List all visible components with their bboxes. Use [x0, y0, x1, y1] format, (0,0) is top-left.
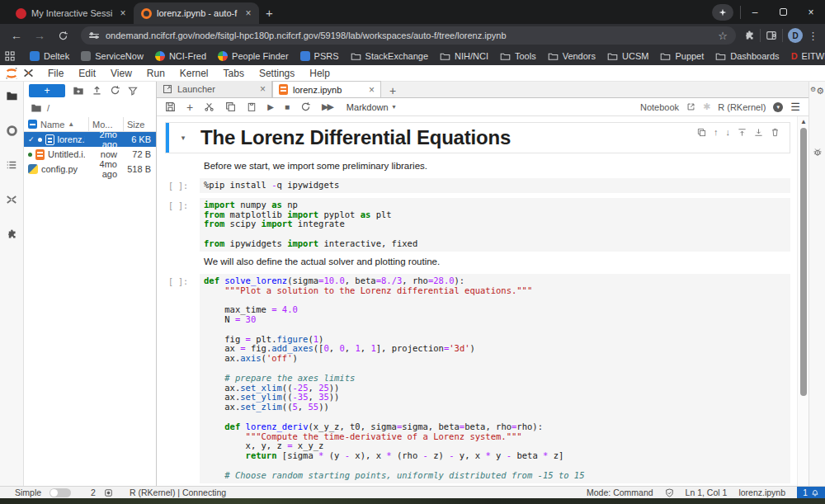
- kernel-sessions-icon[interactable]: [104, 488, 113, 497]
- bookmark-item[interactable]: NCI-Fred: [150, 49, 211, 63]
- scrollbar-thumb[interactable]: [800, 128, 807, 396]
- debugger-icon[interactable]: [813, 147, 823, 157]
- side-panel-icon[interactable]: [766, 30, 777, 41]
- code-editor[interactable]: def solve_lorenz(sigma=10.0, beta=8./3, …: [200, 274, 790, 483]
- menu-file[interactable]: File: [40, 66, 71, 81]
- menu-view[interactable]: View: [103, 66, 139, 81]
- new-tab-button[interactable]: +: [266, 6, 273, 20]
- code-cell[interactable]: [ ]:%pip install -q ipywidgets: [157, 178, 797, 193]
- document-tab-lorenz-ipynb[interactable]: lorenz.ipynb×: [272, 81, 381, 97]
- duplicate-cell-icon[interactable]: [697, 128, 706, 137]
- document-tab-close-icon[interactable]: ×: [260, 83, 266, 95]
- menu-help[interactable]: Help: [302, 66, 337, 81]
- column-size[interactable]: Size: [123, 117, 156, 131]
- run-cell-icon[interactable]: ▶: [267, 102, 274, 111]
- browser-tab[interactable]: My Interactive Sessions - NCI-F×: [8, 2, 134, 24]
- kernel-name-label[interactable]: R (RKernel): [718, 102, 766, 112]
- insert-cell-icon[interactable]: +: [186, 101, 193, 114]
- sparkle-icon[interactable]: [712, 4, 733, 21]
- extension-manager-icon[interactable]: [4, 227, 19, 242]
- close-button[interactable]: ×: [797, 0, 825, 24]
- bookmark-item[interactable]: PSRS: [295, 49, 344, 63]
- trust-shield-icon[interactable]: [665, 488, 674, 497]
- copy-cell-icon[interactable]: [225, 101, 236, 112]
- new-folder-icon[interactable]: [73, 85, 84, 97]
- bookmark-item[interactable]: Tools: [495, 49, 541, 64]
- kernel-status-text[interactable]: R (RKernel) | Connecting: [130, 488, 226, 497]
- save-icon[interactable]: [165, 101, 176, 112]
- paste-cell-icon[interactable]: [247, 101, 257, 112]
- move-cell-up-icon[interactable]: ↑: [714, 127, 719, 137]
- restart-run-all-icon[interactable]: ▶▶: [322, 101, 332, 112]
- bookmark-item[interactable]: ServiceNow: [76, 49, 148, 63]
- back-icon[interactable]: ←: [7, 26, 26, 45]
- bookmark-item[interactable]: People Finder: [213, 49, 294, 63]
- tab-close-icon[interactable]: ×: [243, 7, 254, 19]
- scroll-up-arrow[interactable]: ▲: [798, 118, 809, 125]
- delete-cell-icon[interactable]: [771, 128, 780, 137]
- apps-grid-icon[interactable]: [5, 51, 15, 61]
- bookmark-item[interactable]: Deltek: [25, 49, 74, 63]
- bookmark-item[interactable]: NIH/NCI: [435, 49, 493, 64]
- browser-tab[interactable]: lorenz.ipynb - auto-f×: [134, 2, 259, 24]
- cursor-position[interactable]: Ln 1, Col 1: [686, 488, 728, 497]
- file-row[interactable]: config.py4mo ago518 B: [24, 162, 156, 177]
- move-cell-down-icon[interactable]: ↓: [726, 127, 731, 137]
- insert-cell-below-icon[interactable]: [754, 128, 763, 137]
- hub-control-panel-icon[interactable]: [4, 192, 19, 207]
- document-tab-close-icon[interactable]: ×: [369, 84, 375, 96]
- property-inspector-icon[interactable]: ⚙⚙: [810, 87, 824, 96]
- menu-settings[interactable]: Settings: [252, 66, 302, 81]
- running-kernels-icon[interactable]: [4, 123, 19, 138]
- bookmark-item[interactable]: Puppet: [655, 49, 709, 64]
- bookmark-item[interactable]: DEITWIKI: [786, 49, 825, 63]
- extensions-icon[interactable]: [744, 31, 755, 41]
- bookmark-item[interactable]: Dashboards: [710, 49, 784, 64]
- select-all-checkbox[interactable]: [28, 120, 37, 129]
- new-document-tab-button[interactable]: +: [381, 84, 404, 97]
- column-name[interactable]: Name ▲: [24, 120, 88, 130]
- restart-kernel-icon[interactable]: [300, 101, 311, 112]
- code-cell[interactable]: [ ]:import numpy as npfrom matplotlib im…: [157, 198, 797, 252]
- reload-icon[interactable]: [53, 26, 73, 45]
- filter-icon[interactable]: [128, 86, 138, 96]
- table-of-contents-icon[interactable]: [4, 158, 19, 172]
- markdown-cell-selected[interactable]: ▾The Lorenz Differential Equations↑↓: [165, 122, 790, 153]
- markdown-cell[interactable]: We will also define the actual solver an…: [157, 257, 797, 266]
- refresh-icon[interactable]: [110, 85, 120, 96]
- command-mode-indicator[interactable]: Mode: Command: [587, 488, 653, 497]
- kernel-sessions-count[interactable]: 2: [91, 488, 96, 497]
- address-bar[interactable]: ondemand.ncifcrf.gov/node/fsitgl-hpc180p…: [81, 26, 736, 45]
- menu-run[interactable]: Run: [139, 66, 172, 81]
- profile-avatar[interactable]: D: [788, 28, 803, 43]
- breadcrumb[interactable]: /: [24, 99, 156, 117]
- insert-cell-above-icon[interactable]: [738, 128, 747, 137]
- browser-menu-icon[interactable]: ⋮: [808, 30, 818, 42]
- bookmark-star-icon[interactable]: ☆: [718, 30, 728, 42]
- simple-mode-toggle[interactable]: [50, 488, 71, 497]
- bookmark-item[interactable]: Vendors: [543, 49, 601, 64]
- menu-edit[interactable]: Edit: [71, 66, 103, 81]
- maximize-button[interactable]: [769, 0, 797, 24]
- code-cell[interactable]: [ ]:def solve_lorenz(sigma=10.0, beta=8.…: [157, 274, 797, 483]
- site-settings-icon[interactable]: [89, 34, 99, 38]
- breadcrumb-root[interactable]: /: [47, 103, 50, 113]
- tab-close-icon[interactable]: ×: [117, 7, 129, 19]
- notifications-badge[interactable]: 1: [797, 487, 825, 498]
- code-editor[interactable]: import numpy as npfrom matplotlib import…: [200, 198, 790, 252]
- file-row[interactable]: ✓lorenz.ip...2mo ago6 KB: [24, 132, 156, 147]
- code-editor[interactable]: %pip install -q ipywidgets: [200, 178, 790, 193]
- cut-cell-icon[interactable]: [204, 101, 214, 112]
- forward-icon[interactable]: →: [30, 26, 50, 45]
- cell-collapser-icon[interactable]: ▾: [166, 134, 200, 142]
- upload-icon[interactable]: [92, 85, 102, 96]
- document-tab-launcher[interactable]: Launcher×: [157, 81, 272, 97]
- kernel-status-icon[interactable]: ▾: [773, 102, 783, 112]
- cell-type-dropdown[interactable]: Markdown ▾: [346, 102, 396, 112]
- url-text[interactable]: ondemand.ncifcrf.gov/node/fsitgl-hpc180p…: [106, 31, 711, 40]
- bookmark-item[interactable]: StackExchange: [346, 49, 433, 64]
- file-browser-icon[interactable]: [4, 88, 19, 103]
- open-in-new-icon[interactable]: [686, 102, 695, 111]
- notebook-scrollbar[interactable]: ▲: [797, 116, 808, 486]
- name-header-label[interactable]: Name: [40, 120, 64, 130]
